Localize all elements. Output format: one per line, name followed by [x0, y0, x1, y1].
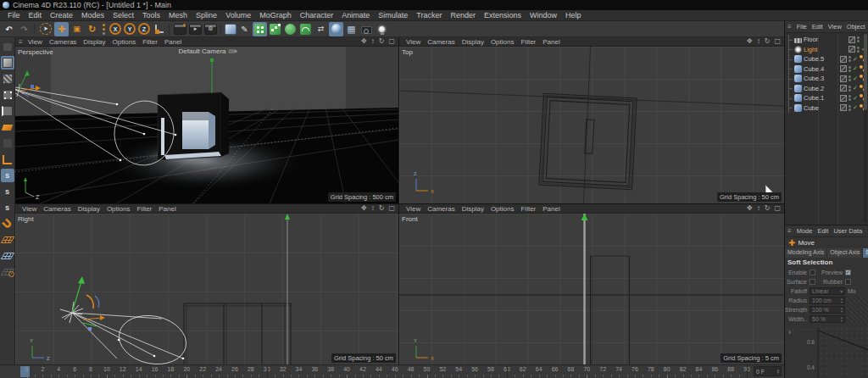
viewport-menu-cameras[interactable]: Cameras [40, 205, 74, 213]
solo-hierarchy-icon[interactable]: S [1, 201, 14, 214]
layer-toggle[interactable] [849, 36, 855, 43]
menu-render[interactable]: Render [446, 11, 480, 19]
strength-field[interactable]: 100 % ▴▾ [810, 306, 845, 314]
maximize-view-icon[interactable]: ▢ [388, 37, 395, 46]
viewport-menu-cameras[interactable]: Cameras [424, 205, 458, 213]
viewport-menu-cameras[interactable]: Cameras [46, 38, 80, 46]
am-menu-edit[interactable]: Edit [815, 227, 831, 235]
stepper-icon[interactable]: ▴▾ [841, 316, 843, 322]
render-settings-icon[interactable]: ⚙ [204, 24, 217, 35]
timeline-frame-number[interactable]: 0 [25, 366, 29, 372]
viewport-menu-view[interactable]: View [19, 205, 40, 213]
timeline-frame-number[interactable]: 2 [41, 366, 44, 372]
timeline-ruler[interactable]: 0246810121416182022242628303234363840424… [0, 365, 750, 378]
perspective-scene[interactable]: Z [15, 47, 398, 203]
timeline-frame-number[interactable]: 14 [136, 366, 142, 372]
render-view-icon[interactable] [174, 24, 186, 35]
rotate-tool-icon[interactable]: ↻ [85, 22, 99, 36]
visibility-dots[interactable] [849, 86, 851, 92]
preview-checkbox[interactable]: ✓ [845, 270, 851, 275]
visibility-dots[interactable] [849, 66, 851, 72]
layer-toggle[interactable] [840, 95, 847, 102]
dolly-view-icon[interactable]: ↕ [757, 204, 760, 213]
viewport-menu-display[interactable]: Display [80, 38, 108, 46]
timeline-frame-number[interactable]: 86 [711, 366, 718, 372]
object-row-cube-4[interactable]: Cube.4✓ [785, 64, 868, 75]
menu-mesh[interactable]: Mesh [164, 11, 192, 19]
primitive-cube-icon[interactable] [225, 24, 236, 35]
viewport-label[interactable]: Top [402, 48, 413, 56]
maximize-view-icon[interactable]: ▢ [774, 204, 781, 213]
viewport-menu-display[interactable]: Display [459, 205, 487, 213]
timeline-frame-number[interactable]: 22 [199, 366, 206, 372]
falloff-curve[interactable]: 0.8 0.4 [785, 327, 868, 378]
tab-modeling-axis[interactable]: Modeling Axis [785, 248, 827, 258]
rotate-view-icon[interactable]: ↻ [765, 204, 771, 213]
viewport-menu-panel[interactable]: Panel [161, 38, 185, 46]
y-axis-lock-icon[interactable]: Y [124, 23, 136, 35]
fields-icon[interactable] [298, 22, 313, 36]
make-editable-icon[interactable] [1, 40, 14, 53]
coordinate-system-icon[interactable] [152, 22, 166, 36]
light-tool-icon[interactable] [375, 22, 389, 36]
timeline-frame-number[interactable]: 6 [73, 366, 76, 372]
am-menu-mode[interactable]: Mode [794, 227, 815, 235]
object-row-cube-2[interactable]: Cube.2✓ [785, 84, 868, 94]
layer-toggle[interactable] [849, 46, 855, 53]
timeline-frame-number[interactable]: 18 [168, 366, 175, 372]
timeline-frame-number[interactable]: 80 [664, 366, 670, 372]
enable-axis-icon[interactable] [1, 153, 14, 166]
menu-tools[interactable]: Tools [138, 11, 164, 19]
timeline-frame-number[interactable]: 50 [424, 366, 431, 372]
tab-object-axis[interactable]: Object Axis [827, 248, 863, 258]
timeline-frame-number[interactable]: 46 [392, 366, 398, 372]
visibility-dots[interactable] [849, 105, 851, 111]
menu-tracker[interactable]: Tracker [412, 11, 446, 19]
object-row-light[interactable]: Light✓ [785, 45, 868, 55]
enable-check-icon[interactable]: ✓ [853, 56, 860, 63]
timeline-frame-number[interactable]: 36 [311, 366, 318, 372]
camera-icon[interactable] [359, 22, 374, 36]
dolly-view-icon[interactable]: ↕ [757, 37, 760, 46]
menu-character[interactable]: Character [296, 11, 338, 19]
undo-icon[interactable]: ↶ [2, 22, 16, 36]
timeline-frame-number[interactable]: 16 [152, 366, 159, 372]
viewport-top-canvas[interactable]: Z X Top Grid Spacing : 50 cm [399, 47, 784, 203]
timeline-frame-number[interactable]: 56 [471, 366, 478, 372]
viewport-menu-filter[interactable]: Filter [133, 205, 155, 213]
viewport-menu-display[interactable]: Display [459, 38, 487, 46]
viewport-menu-options[interactable]: Options [109, 38, 140, 46]
timeline-frame-number[interactable]: 28 [248, 366, 254, 372]
timeline-frame-number[interactable]: 72 [599, 366, 606, 372]
planar-workplane-icon[interactable] [1, 249, 14, 263]
timeline-frame-number[interactable]: 24 [215, 366, 222, 372]
timeline-frame-number[interactable]: 32 [280, 366, 287, 372]
timeline-frame-number[interactable]: 4 [57, 366, 60, 372]
layer-toggle[interactable] [840, 104, 847, 111]
timeline-frame-number[interactable]: 34 [296, 366, 303, 372]
timeline-frame-number[interactable]: 44 [376, 366, 382, 372]
falloff-dropdown[interactable]: Linear ▾ [810, 287, 845, 295]
enable-check-icon[interactable]: ✓ [853, 85, 860, 92]
menu-simulate[interactable]: Simulate [374, 11, 412, 19]
mograph-fracture-icon[interactable] [283, 22, 298, 36]
recent-tools-icon[interactable] [100, 22, 108, 36]
edge-mode-icon[interactable] [1, 104, 14, 118]
om-menu-object[interactable]: Object [844, 23, 868, 31]
timeline-frame-number[interactable]: 82 [680, 366, 687, 372]
visibility-dots[interactable] [849, 56, 851, 62]
object-row-cube-5[interactable]: Cube.5✓ [785, 54, 868, 64]
radius-field[interactable]: 100 cm ▴▾ [810, 297, 845, 304]
snap-icon[interactable] [1, 217, 14, 231]
viewport-menu-panel[interactable]: Panel [539, 205, 563, 213]
enable-check-icon[interactable]: ✓ [853, 65, 860, 72]
om-menu-edit[interactable]: Edit [810, 23, 826, 31]
menu-extensions[interactable]: Extensions [480, 11, 526, 19]
viewport-menu-panel[interactable]: Panel [539, 38, 563, 46]
enable-checkbox[interactable] [810, 270, 815, 275]
layer-toggle[interactable] [840, 85, 847, 92]
object-name-label[interactable]: Cube.4 [804, 65, 840, 73]
viewport-menu-options[interactable]: Options [487, 205, 518, 213]
maximize-view-icon[interactable]: ▢ [388, 204, 395, 213]
front-scene[interactable]: Y X [399, 214, 784, 364]
